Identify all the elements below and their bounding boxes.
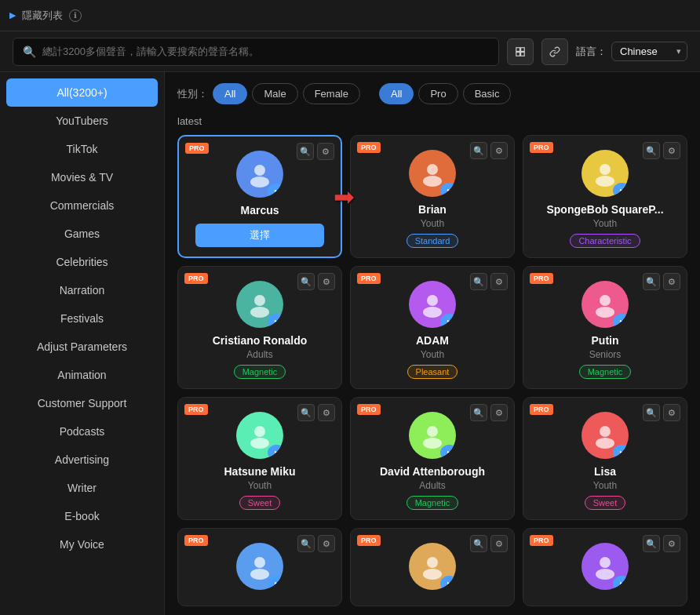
sidebar-item-youtubers[interactable]: YouTubers [0,107,164,135]
card-search-btn[interactable]: 🔍 [643,535,660,552]
voice-card-ADAM[interactable]: PRO 🔍 ⚙ ▶ADAMYouthPleasant [350,266,515,389]
play-btn[interactable]: ▶ [442,314,456,328]
sidebar-item-festivals[interactable]: Festivals [0,304,164,333]
card-settings-btn[interactable]: ⚙ [490,142,508,159]
play-btn[interactable]: ▶ [269,184,283,198]
card-settings-btn[interactable]: ⚙ [663,404,680,421]
card-search-btn[interactable]: 🔍 [470,273,487,290]
pro-badge: PRO [530,273,553,284]
sidebar-item-podcasts[interactable]: Podcasts [0,417,164,446]
play-btn[interactable]: ▶ [614,183,629,197]
card-search-btn[interactable]: 🔍 [643,273,660,290]
avatar[interactable]: ▶ [409,543,456,590]
avatar[interactable]: ▶ [236,151,283,198]
sidebar-item-commercials[interactable]: Commercials [0,191,164,220]
avatar[interactable]: ▶ [582,543,629,590]
type-all-button[interactable]: All [379,83,414,104]
card-settings-btn[interactable]: ⚙ [490,404,508,421]
sidebar-item-tiktok[interactable]: TikTok [0,135,164,163]
content-area: 性別： All Male Female All Pro Basic latest… [165,72,700,615]
avatar[interactable]: ▶ [409,281,456,328]
sidebar-item-celebrities[interactable]: Celebrities [0,248,164,276]
sidebar-item-animation[interactable]: Animation [0,361,164,389]
card-settings-btn[interactable]: ⚙ [663,273,680,290]
play-btn[interactable]: ▶ [442,576,456,590]
search-input[interactable] [42,45,489,57]
card-settings-btn[interactable]: ⚙ [318,535,335,552]
play-btn[interactable]: ▶ [614,445,629,459]
card-search-btn[interactable]: 🔍 [297,143,314,160]
language-select-wrap[interactable]: Chinese English Japanese Korean [611,42,687,61]
card-settings-btn[interactable]: ⚙ [490,535,508,552]
avatar[interactable]: ▶ [236,412,283,459]
avatar[interactable]: ▶ [236,543,283,590]
sidebar-item-all-3200--[interactable]: All(3200+) [6,78,158,107]
sidebar-item-narration[interactable]: Narration [0,276,164,304]
voice-age: Youth [593,218,617,229]
play-btn[interactable]: ▶ [614,576,629,590]
sidebar-item-customer-support[interactable]: Customer Support [0,389,164,417]
card-search-btn[interactable]: 🔍 [470,404,487,421]
play-btn[interactable]: ▶ [442,445,456,459]
play-btn[interactable]: ▶ [442,183,456,197]
voice-card-Hatsune Miku[interactable]: PRO 🔍 ⚙ ▶Hatsune MikuYouthSweet [177,397,342,520]
voice-card-Marcus[interactable]: PRO 🔍 ⚙ ▶Marcus選擇➡ [177,135,342,258]
card-settings-btn[interactable]: ⚙ [317,143,334,160]
sidebar-item-e-book[interactable]: E-book [0,502,164,530]
voice-card-9[interactable]: PRO 🔍 ⚙ ▶ [177,528,342,606]
voice-card-Putin[interactable]: PRO 🔍 ⚙ ▶PutinSeniorsMagnetic [523,266,687,389]
avatar[interactable]: ▶ [582,412,629,459]
sidebar-item-adjust-parameters[interactable]: Adjust Parameters [0,333,164,361]
card-search-btn[interactable]: 🔍 [643,142,660,159]
card-search-btn[interactable]: 🔍 [297,535,315,552]
avatar[interactable]: ▶ [409,412,456,459]
card-settings-btn[interactable]: ⚙ [663,142,680,159]
voice-card-David Attenborough[interactable]: PRO 🔍 ⚙ ▶David AttenboroughAdultsMagneti… [350,397,515,520]
voice-card-Brian[interactable]: PRO 🔍 ⚙ ▶BrianYouthStandard [350,135,515,258]
card-search-btn[interactable]: 🔍 [297,273,315,290]
voice-card-10[interactable]: PRO 🔍 ⚙ ▶ [350,528,515,606]
type-pro-button[interactable]: Pro [418,83,458,104]
sidebar-item-my-voice[interactable]: My Voice [0,530,164,559]
svg-point-14 [600,295,611,306]
pro-badge: PRO [357,404,381,415]
gender-male-button[interactable]: Male [252,83,297,104]
card-settings-btn[interactable]: ⚙ [318,273,335,290]
card-search-btn[interactable]: 🔍 [470,142,487,159]
play-btn[interactable]: ▶ [269,445,283,459]
avatar[interactable]: ▶ [582,281,629,328]
link-button[interactable] [541,38,568,65]
card-settings-btn[interactable]: ⚙ [490,273,508,290]
voice-card-11[interactable]: PRO 🔍 ⚙ ▶ [523,528,687,606]
gender-filter-group: 性別： All Male Female [177,83,360,104]
sidebar-item-writer[interactable]: Writer [0,474,164,502]
info-icon[interactable]: ℹ [69,9,82,22]
collapse-label[interactable]: 隱藏列表 [22,9,63,23]
voice-age: Adults [246,349,272,360]
sidebar-item-advertising[interactable]: Advertising [0,446,164,474]
gender-female-button[interactable]: Female [303,83,360,104]
gender-all-button[interactable]: All [213,83,247,104]
sidebar-item-movies---tv[interactable]: Movies & TV [0,163,164,191]
voice-card-Cristiano Ronaldo[interactable]: PRO 🔍 ⚙ ▶Cristiano RonaldoAdultsMagnetic [177,266,342,389]
card-search-btn[interactable]: 🔍 [643,404,660,421]
card-settings-btn[interactable]: ⚙ [663,535,680,552]
card-search-btn[interactable]: 🔍 [297,404,315,421]
voice-card-SpongeBob SquareP...[interactable]: PRO 🔍 ⚙ ▶SpongeBob SquareP...YouthCharac… [523,135,687,258]
play-btn[interactable]: ▶ [614,314,629,328]
language-select[interactable]: Chinese English Japanese Korean [611,42,687,61]
avatar[interactable]: ▶ [236,281,283,328]
play-btn[interactable]: ▶ [269,314,283,328]
svg-point-18 [427,426,438,437]
card-actions: 🔍 ⚙ [470,273,508,290]
voice-card-Lisa[interactable]: PRO 🔍 ⚙ ▶LisaYouthSweet [523,397,687,520]
avatar[interactable]: ▶ [409,150,456,197]
play-btn[interactable]: ▶ [269,576,283,590]
select-button[interactable]: 選擇 [195,224,324,247]
avatar[interactable]: ▶ [582,150,629,197]
share-button[interactable] [507,38,534,65]
card-search-btn[interactable]: 🔍 [470,535,487,552]
sidebar-item-games[interactable]: Games [0,220,164,248]
card-settings-btn[interactable]: ⚙ [318,404,335,421]
type-basic-button[interactable]: Basic [463,83,512,104]
